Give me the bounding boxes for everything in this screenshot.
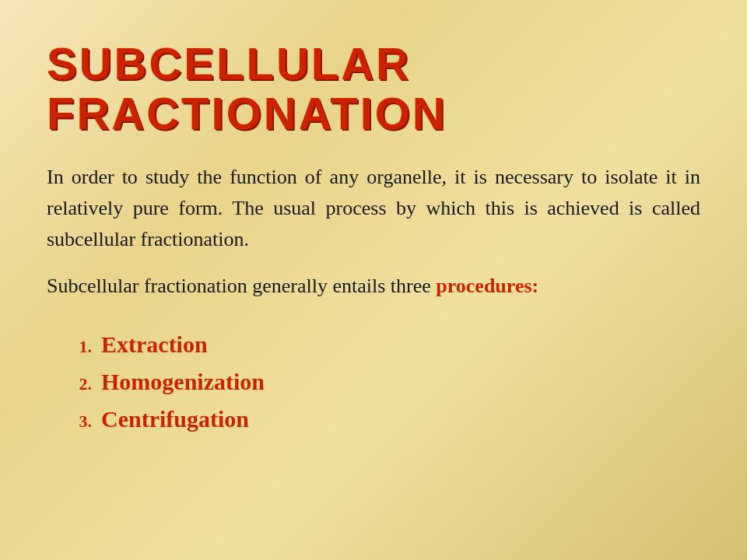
list-text-extraction: Extraction — [101, 326, 208, 363]
list-item: 1. Extraction — [70, 326, 700, 363]
list-number-2: 2. — [70, 370, 92, 397]
list-number-1: 1. — [70, 333, 92, 360]
intro-paragraph: In order to study the function of any or… — [47, 162, 700, 256]
list-item: 3. Centrifugation — [70, 401, 700, 438]
slide-title: SUBCELLULAR FRACTIONATION — [47, 39, 700, 138]
slide-container: SUBCELLULAR FRACTIONATION In order to st… — [0, 0, 747, 560]
list-text-centrifugation: Centrifugation — [101, 401, 249, 438]
title-container: SUBCELLULAR FRACTIONATION — [47, 39, 700, 138]
procedures-intro-text: Subcellular fractionation generally enta… — [47, 275, 431, 297]
list-item: 2. Homogenization — [70, 363, 700, 401]
procedures-intro: Subcellular fractionation generally enta… — [47, 271, 700, 302]
list-number-3: 3. — [70, 408, 92, 435]
list-text-homogenization: Homogenization — [101, 363, 265, 401]
procedures-highlight-text: procedures: — [436, 275, 538, 297]
content-area: In order to study the function of any or… — [47, 162, 700, 529]
procedures-list: 1. Extraction 2. Homogenization 3. Centr… — [47, 326, 700, 438]
